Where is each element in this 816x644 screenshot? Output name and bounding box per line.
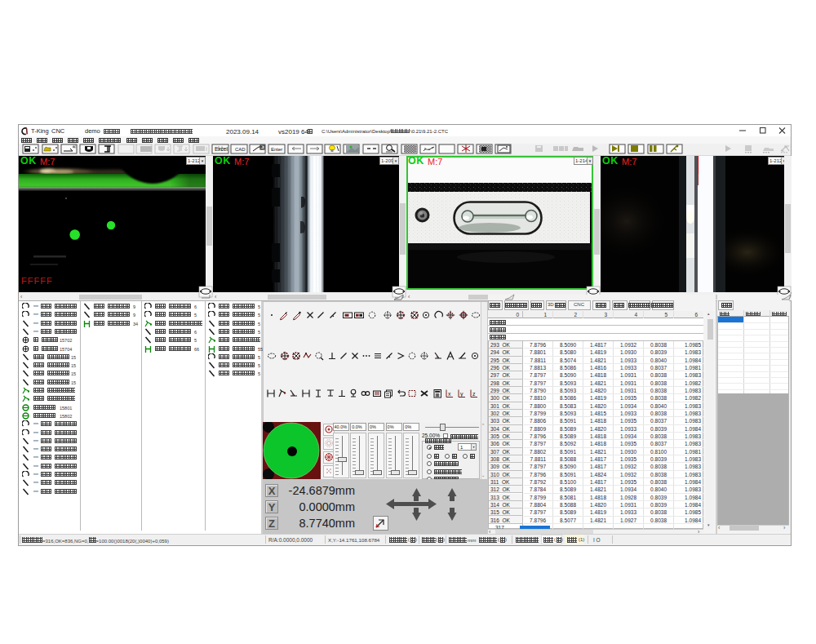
svg-text:y: y <box>460 391 463 398</box>
svg-text:x: x <box>448 391 451 397</box>
svg-text:CAD: CAD <box>235 147 246 152</box>
svg-text:Enter: Enter <box>271 147 282 152</box>
svg-text:z: z <box>472 391 476 397</box>
svg-text:Excel: Excel <box>215 146 228 152</box>
svg-text:B: B <box>261 146 264 150</box>
svg-text:FFFFF: FFFFF <box>21 276 53 286</box>
